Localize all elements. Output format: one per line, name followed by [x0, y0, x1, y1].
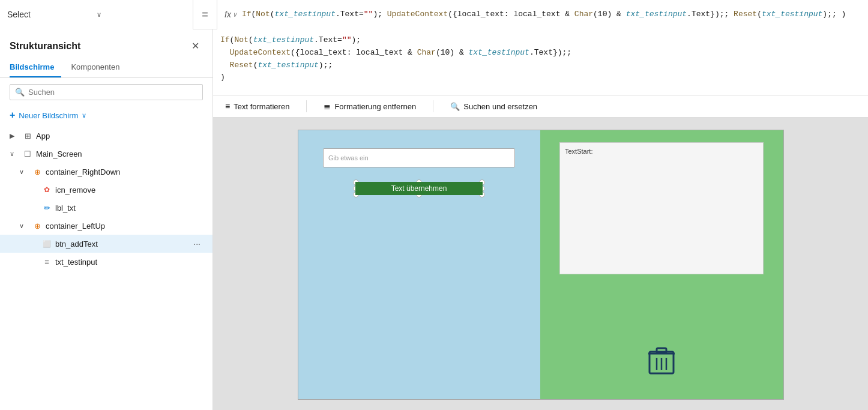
lbl-icon: ✏: [41, 202, 53, 214]
search-icon: 🔍: [15, 88, 25, 97]
sidebar: Strukturansicht ✕ Bildschirme Komponente…: [0, 29, 213, 410]
canvas-input-field[interactable]: Gib etwas ein: [323, 148, 515, 167]
formula-bar[interactable]: fx ∨ If(Not(txt_testinput.Text=""); Upda…: [217, 0, 868, 29]
expand-icon: ∨: [10, 150, 19, 158]
formula-line-4: ): [220, 71, 861, 84]
plus-icon: +: [10, 110, 15, 121]
container-leftup-label: container_LeftUp: [46, 222, 203, 231]
tree: ▶ ⊞ App ∨ ☐ Main_Screen ∨ ⊕ container_Ri…: [0, 124, 212, 410]
format-text-button[interactable]: ≡ Text formatieren: [220, 99, 294, 113]
toolbar-separator-2: [433, 100, 433, 112]
input-placeholder: Gib etwas ein: [328, 154, 369, 161]
app-label: App: [36, 131, 203, 140]
screen-icon: ☐: [22, 148, 34, 160]
main-screen-label: Main_Screen: [36, 149, 203, 158]
app-canvas: Gib etwas ein Text übernehmen: [298, 130, 784, 400]
icn-remove-label: icn_remove: [55, 185, 203, 194]
sidebar-tabs: Bildschirme Komponenten: [0, 58, 212, 78]
icn-icon: ✿: [41, 184, 53, 196]
select-dropdown[interactable]: Select ∨: [0, 0, 193, 29]
tab-komponenten[interactable]: Komponenten: [71, 58, 127, 77]
search-replace-label: Suchen und ersetzen: [463, 102, 537, 111]
canvas-right: TextStart:: [540, 130, 783, 399]
select-label: Select: [7, 10, 97, 19]
btn-icon: ⬜: [41, 238, 53, 250]
txt-testinput-label: txt_testinput: [55, 258, 203, 267]
formula-multiline[interactable]: If(Not(txt_testinput.Text=""); UpdateCon…: [213, 29, 868, 95]
expand-icon: ▶: [10, 132, 19, 140]
container-rightdown-label: container_RightDown: [46, 167, 203, 176]
search-box[interactable]: 🔍: [10, 84, 203, 100]
tree-item-icn-remove[interactable]: ✿ icn_remove: [0, 181, 212, 199]
btn-selected-container[interactable]: Text übernehmen: [353, 179, 485, 197]
main-layout: Strukturansicht ✕ Bildschirme Komponente…: [0, 29, 868, 410]
remove-format-icon: ≣: [324, 101, 331, 111]
canvas-toolbar: ≡ Text formatieren ≣ Formatierung entfer…: [213, 95, 868, 118]
dropdown-chevron-icon: ∨: [97, 11, 186, 19]
format-text-icon: ≡: [225, 101, 230, 111]
new-screen-label: Neuer Bildschirm: [19, 111, 78, 120]
btn-addtext-label: btn_addText: [55, 240, 188, 249]
container-icon: ⊕: [31, 220, 43, 232]
sidebar-header: Strukturansicht ✕: [0, 29, 212, 58]
trash-icon[interactable]: [648, 346, 675, 381]
tree-item-lbl-txt[interactable]: ✏ lbl_txt: [0, 199, 212, 217]
sidebar-close-button[interactable]: ✕: [188, 39, 203, 53]
formula-line-1: If(Not(txt_testinput.Text="");: [220, 34, 861, 47]
text-display-box: TextStart:: [559, 142, 764, 274]
canvas-left: Gib etwas ein Text übernehmen: [298, 130, 540, 399]
btn-addtext-canvas-label: Text übernehmen: [391, 184, 447, 193]
more-button[interactable]: ···: [191, 238, 203, 250]
expand-icon: ∨: [19, 168, 29, 176]
tree-item-container-leftup[interactable]: ∨ ⊕ container_LeftUp: [0, 217, 212, 235]
tab-bildschirme[interactable]: Bildschirme: [10, 58, 61, 77]
fx-label: fx ∨: [225, 10, 237, 19]
new-screen-arrow-icon: ∨: [82, 112, 86, 119]
canvas-area: If(Not(txt_testinput.Text=""); UpdateCon…: [213, 29, 868, 410]
tree-item-container-rightdown[interactable]: ∨ ⊕ container_RightDown: [0, 163, 212, 181]
remove-format-label: Formatierung entfernen: [334, 102, 416, 111]
container-icon: ⊕: [31, 166, 43, 178]
sidebar-title: Strukturansicht: [10, 41, 80, 52]
formula-line-2: UpdateContext({local_text: local_text & …: [220, 47, 861, 59]
top-bar: Select ∨ = fx ∨ If(Not(txt_testinput.Tex…: [0, 0, 868, 29]
svg-rect-1: [657, 348, 666, 353]
search-replace-icon: 🔍: [450, 102, 460, 111]
expand-icon: ∨: [19, 222, 29, 230]
canvas-viewport: Gib etwas ein Text übernehmen: [213, 118, 868, 410]
tree-item-app[interactable]: ▶ ⊞ App: [0, 127, 212, 145]
app-icon: ⊞: [22, 130, 34, 142]
equals-sign: =: [193, 0, 217, 29]
tree-item-main-screen[interactable]: ∨ ☐ Main_Screen: [0, 145, 212, 163]
tree-item-txt-testinput[interactable]: ≡ txt_testinput: [0, 253, 212, 271]
btn-addtext-canvas[interactable]: Text übernehmen: [355, 182, 483, 195]
textstart-label: TextStart:: [565, 148, 758, 155]
search-replace-button[interactable]: 🔍 Suchen und ersetzen: [445, 100, 542, 113]
search-input[interactable]: [28, 88, 197, 97]
txt-icon: ≡: [41, 256, 53, 268]
formula-display: If(Not(txt_testinput.Text=""); UpdateCon…: [242, 8, 846, 20]
remove-format-button[interactable]: ≣ Formatierung entfernen: [319, 99, 421, 113]
lbl-txt-label: lbl_txt: [55, 203, 203, 213]
format-text-label: Text formatieren: [234, 102, 289, 111]
tree-item-btn-addtext[interactable]: ⬜ btn_addText ···: [0, 235, 212, 253]
formula-line-3: Reset(txt_testinput);;: [220, 59, 861, 72]
toolbar-separator: [306, 100, 307, 112]
new-screen-button[interactable]: + Neuer Bildschirm ∨: [0, 106, 212, 124]
